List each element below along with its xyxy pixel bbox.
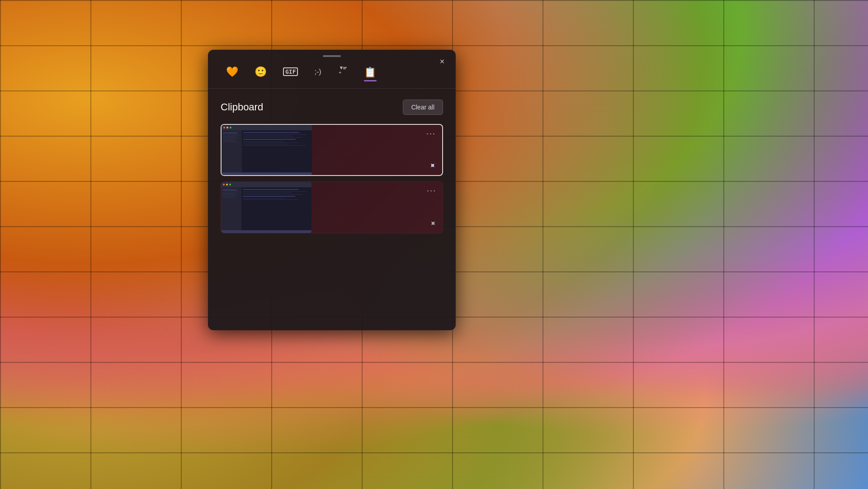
svg-marker-0 <box>340 67 342 69</box>
tab-emoticon[interactable]: ;-) <box>311 66 325 83</box>
kaomoji-icon: 🧡 <box>226 67 238 77</box>
clipboard-panel: × 🧡 🙂 GIF ;-) <box>208 50 456 330</box>
emoticon-icon: ;-) <box>314 68 321 76</box>
tab-gif[interactable]: GIF <box>279 66 302 83</box>
pin-button-1[interactable]: ✦ <box>427 159 438 171</box>
section-header: Clipboard Clear all <box>221 100 443 115</box>
mini-content-1 <box>242 130 312 175</box>
close-button[interactable]: × <box>436 55 448 68</box>
tab-symbols[interactable]: + <box>334 64 351 85</box>
pin-icon-2: ✦ <box>427 218 439 229</box>
clipboard-item-1[interactable]: ··· ✦ <box>221 124 443 176</box>
clip-thumbnail-2 <box>221 182 311 233</box>
more-options-button-1[interactable]: ··· <box>425 128 438 138</box>
clear-all-button[interactable]: Clear all <box>403 100 443 115</box>
clipboard-icon: 📋 <box>364 67 376 77</box>
mini-titlebar-1 <box>222 125 312 130</box>
clipboard-item-2[interactable]: ··· ✦ <box>221 181 443 233</box>
symbols-icon: + <box>338 66 348 77</box>
content-area: Clipboard Clear all <box>208 89 456 330</box>
emoji-icon: 🙂 <box>255 67 267 77</box>
clip-actions-2: ··· ✦ <box>425 185 438 229</box>
mini-content-2 <box>241 187 311 233</box>
mini-sidebar-1 <box>222 130 242 175</box>
mini-sidebar-2 <box>221 187 241 233</box>
tab-clipboard[interactable]: 📋 <box>360 66 380 83</box>
tab-emoji[interactable]: 🙂 <box>251 65 270 84</box>
gif-icon: GIF <box>283 67 298 76</box>
mini-statusbar-1 <box>222 172 312 175</box>
active-tab-indicator <box>364 80 377 81</box>
clipboard-items-list: ··· ✦ <box>221 124 443 233</box>
pin-icon-1: ✦ <box>426 160 438 171</box>
clip-actions-1: ··· ✦ <box>425 128 438 171</box>
section-title: Clipboard <box>221 101 263 113</box>
mini-statusbar-2 <box>221 230 311 233</box>
more-options-button-2[interactable]: ··· <box>425 185 438 195</box>
clip-thumbnail-1 <box>222 125 312 175</box>
tab-bar: 🧡 🙂 GIF ;-) + <box>208 57 456 85</box>
tab-kaomoji[interactable]: 🧡 <box>222 65 242 84</box>
mini-screen-2 <box>221 182 311 233</box>
pin-button-2[interactable]: ✦ <box>428 217 438 229</box>
mini-titlebar-2 <box>221 182 311 187</box>
mini-screen-1 <box>222 125 312 175</box>
svg-text:+: + <box>339 70 341 75</box>
